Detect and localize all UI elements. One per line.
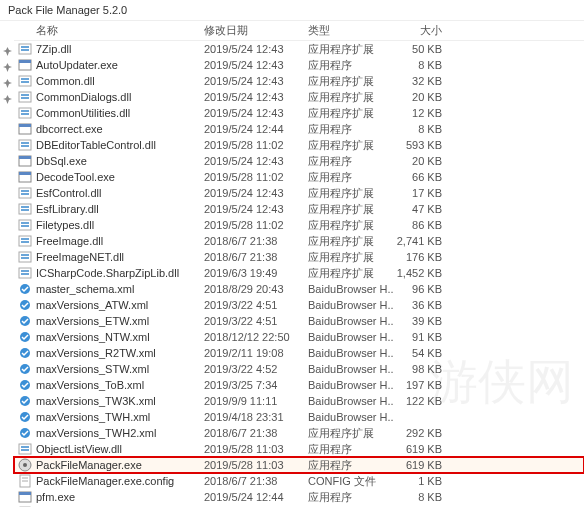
file-size: 86 KB bbox=[394, 219, 454, 231]
file-name: PackFileManager.exe bbox=[36, 459, 204, 471]
svg-rect-4 bbox=[19, 60, 31, 63]
file-row[interactable]: maxVersions_STW.xml2019/3/22 4:52BaiduBr… bbox=[14, 361, 584, 377]
file-size: 619 KB bbox=[394, 443, 454, 455]
file-type: 应用程序扩展 bbox=[308, 186, 394, 201]
file-row[interactable]: Common.dll2019/5/24 12:43应用程序扩展32 KB bbox=[14, 73, 584, 89]
file-size: 32 KB bbox=[394, 75, 454, 87]
file-type: 应用程序扩展 bbox=[308, 202, 394, 217]
file-date: 2019/5/24 12:43 bbox=[204, 59, 308, 71]
dll-icon bbox=[14, 442, 36, 456]
svg-rect-52 bbox=[21, 446, 29, 448]
file-row[interactable]: maxVersions_TWH2.xml2018/6/7 21:38应用程序扩展… bbox=[14, 425, 584, 441]
file-row[interactable]: maxVersions_TW3K.xml2019/9/9 11:11BaiduB… bbox=[14, 393, 584, 409]
file-name: ICSharpCode.SharpZipLib.dll bbox=[36, 267, 204, 279]
file-row[interactable]: FreeImageNET.dll2018/6/7 21:38应用程序扩展176 … bbox=[14, 249, 584, 265]
file-name: PackFileManager.exe.config bbox=[36, 475, 204, 487]
file-date: 2019/4/18 23:31 bbox=[204, 411, 308, 423]
file-name: CommonUtilities.dll bbox=[36, 107, 204, 119]
file-row[interactable]: maxVersions_ToB.xml2019/3/25 7:34BaiduBr… bbox=[14, 377, 584, 393]
file-row[interactable]: maxVersions_ATW.xml2019/3/22 4:51BaiduBr… bbox=[14, 297, 584, 313]
pin-icon[interactable] bbox=[0, 75, 14, 91]
file-type: BaiduBrowser H... bbox=[308, 331, 394, 343]
file-row[interactable]: maxVersions_NTW.xml2018/12/12 22:50Baidu… bbox=[14, 329, 584, 345]
file-size: 1,452 KB bbox=[394, 267, 454, 279]
file-size: 619 KB bbox=[394, 459, 454, 471]
file-row[interactable]: AutoUpdater.exe2019/5/24 12:43应用程序8 KB bbox=[14, 57, 584, 73]
file-row[interactable]: maxVersions_R2TW.xml2019/2/11 19:08Baidu… bbox=[14, 345, 584, 361]
file-row[interactable]: ObjectListView.dll2019/5/28 11:03应用程序619… bbox=[14, 441, 584, 457]
header-type[interactable]: 类型 bbox=[308, 23, 394, 38]
file-size: 20 KB bbox=[394, 155, 454, 167]
file-date: 2019/3/22 4:51 bbox=[204, 299, 308, 311]
file-row[interactable]: maxVersions_ETW.xml2019/3/22 4:51BaiduBr… bbox=[14, 313, 584, 329]
exe-icon bbox=[14, 154, 36, 168]
file-size: 54 KB bbox=[394, 347, 454, 359]
file-size: 12 KB bbox=[394, 107, 454, 119]
file-row[interactable]: EsfLibrary.dll2019/5/24 12:43应用程序扩展47 KB bbox=[14, 201, 584, 217]
file-size: 66 KB bbox=[394, 171, 454, 183]
file-date: 2019/5/24 12:43 bbox=[204, 43, 308, 55]
file-row[interactable]: dbcorrect.exe2019/5/24 12:44应用程序8 KB bbox=[14, 121, 584, 137]
file-row[interactable]: master_schema.xml2018/8/29 20:43BaiduBro… bbox=[14, 281, 584, 297]
file-size: 8 KB bbox=[394, 123, 454, 135]
file-row[interactable]: FreeImage.dll2018/6/7 21:38应用程序扩展2,741 K… bbox=[14, 233, 584, 249]
dll-icon bbox=[14, 90, 36, 104]
file-row[interactable]: ICSharpCode.SharpZipLib.dll2019/6/3 19:4… bbox=[14, 265, 584, 281]
svg-rect-24 bbox=[21, 190, 29, 192]
file-row[interactable]: DBEditorTableControl.dll2019/5/28 11:02应… bbox=[14, 137, 584, 153]
file-row[interactable]: maxVersions_TWH.xml2019/4/18 23:31BaiduB… bbox=[14, 409, 584, 425]
file-row[interactable]: EsfControl.dll2019/5/24 12:43应用程序扩展17 KB bbox=[14, 185, 584, 201]
file-size: 39 KB bbox=[394, 315, 454, 327]
header-date[interactable]: 修改日期 bbox=[204, 23, 308, 38]
dll-icon bbox=[14, 202, 36, 216]
file-row[interactable]: pfm.exe2019/5/24 12:44应用程序8 KB bbox=[14, 489, 584, 505]
file-date: 2019/5/24 12:43 bbox=[204, 187, 308, 199]
file-size: 98 KB bbox=[394, 363, 454, 375]
file-date: 2018/6/7 21:38 bbox=[204, 427, 308, 439]
pin-icon[interactable] bbox=[0, 59, 14, 75]
file-date: 2018/6/7 21:38 bbox=[204, 235, 308, 247]
file-date: 2019/5/28 11:03 bbox=[204, 443, 308, 455]
file-type: 应用程序 bbox=[308, 442, 394, 457]
content-area: 名称 修改日期 类型 大小 7Zip.dll2019/5/24 12:43应用程… bbox=[0, 21, 584, 506]
file-size: 292 KB bbox=[394, 427, 454, 439]
dll-icon bbox=[14, 250, 36, 264]
file-name: DecodeTool.exe bbox=[36, 171, 204, 183]
file-row[interactable]: DecodeTool.exe2019/5/28 11:02应用程序66 KB bbox=[14, 169, 584, 185]
file-row[interactable]: PackFileManager.exe.config2018/6/7 21:38… bbox=[14, 473, 584, 489]
file-row[interactable]: CommonDialogs.dll2019/5/24 12:43应用程序扩展20… bbox=[14, 89, 584, 105]
dll-icon bbox=[14, 234, 36, 248]
file-rows: 7Zip.dll2019/5/24 12:43应用程序扩展50 KBAutoUp… bbox=[14, 41, 584, 507]
header-size[interactable]: 大小 bbox=[394, 23, 454, 38]
pin-icon[interactable] bbox=[0, 91, 14, 107]
file-type: 应用程序扩展 bbox=[308, 42, 394, 57]
file-size: 36 KB bbox=[394, 299, 454, 311]
file-type: BaiduBrowser H... bbox=[308, 395, 394, 407]
exe-icon bbox=[14, 490, 36, 504]
file-row[interactable]: 7Zip.dll2019/5/24 12:43应用程序扩展50 KB bbox=[14, 41, 584, 57]
file-type: BaiduBrowser H... bbox=[308, 363, 394, 375]
svg-rect-25 bbox=[21, 193, 29, 195]
file-size: 8 KB bbox=[394, 59, 454, 71]
file-date: 2019/5/24 12:43 bbox=[204, 203, 308, 215]
svg-rect-20 bbox=[19, 156, 31, 159]
file-row[interactable]: PackFileManager.exe2019/5/28 11:03应用程序61… bbox=[14, 457, 584, 473]
file-type: 应用程序 bbox=[308, 154, 394, 169]
svg-rect-12 bbox=[21, 110, 29, 112]
file-name: EsfLibrary.dll bbox=[36, 203, 204, 215]
xml-icon bbox=[14, 346, 36, 360]
file-name: dbcorrect.exe bbox=[36, 123, 204, 135]
dll-icon bbox=[14, 42, 36, 56]
file-size: 91 KB bbox=[394, 331, 454, 343]
xml-icon bbox=[14, 426, 36, 440]
column-headers[interactable]: 名称 修改日期 类型 大小 bbox=[14, 21, 584, 41]
header-name[interactable]: 名称 bbox=[14, 23, 204, 38]
file-row[interactable]: Filetypes.dll2019/5/28 11:02应用程序扩展86 KB bbox=[14, 217, 584, 233]
pin-icon[interactable] bbox=[0, 43, 14, 59]
svg-rect-9 bbox=[21, 94, 29, 96]
svg-rect-6 bbox=[21, 78, 29, 80]
file-row[interactable]: DbSql.exe2019/5/24 12:43应用程序20 KB bbox=[14, 153, 584, 169]
file-row[interactable]: CommonUtilities.dll2019/5/24 12:43应用程序扩展… bbox=[14, 105, 584, 121]
svg-rect-30 bbox=[21, 222, 29, 224]
file-name: FreeImageNET.dll bbox=[36, 251, 204, 263]
